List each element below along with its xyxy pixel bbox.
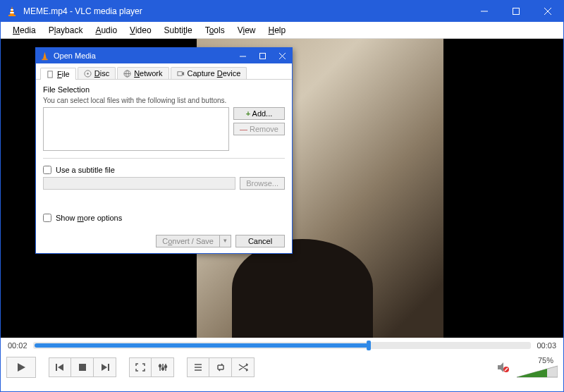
close-button[interactable] bbox=[532, 1, 563, 22]
show-more-options-checkbox[interactable] bbox=[43, 214, 51, 222]
svg-rect-9 bbox=[42, 59, 47, 60]
time-total[interactable]: 00:03 bbox=[537, 341, 556, 350]
time-elapsed[interactable]: 00:02 bbox=[8, 341, 27, 350]
svg-rect-3 bbox=[10, 12, 13, 13]
window-title: MEME.mp4 - VLC media player bbox=[23, 6, 468, 16]
dialog-title: Open Media bbox=[54, 51, 96, 60]
svg-point-33 bbox=[164, 366, 166, 368]
add-button[interactable]: + Add... bbox=[233, 107, 285, 120]
mute-button[interactable] bbox=[497, 361, 510, 374]
tab-capture[interactable]: Capture Device bbox=[171, 67, 247, 79]
use-subtitle-checkbox[interactable] bbox=[43, 166, 51, 174]
seek-slider[interactable] bbox=[33, 342, 532, 349]
video-area[interactable]: Open Media File Disc Network Capture Dev… bbox=[1, 39, 563, 338]
svg-rect-1 bbox=[8, 15, 16, 16]
network-icon bbox=[123, 70, 131, 78]
menu-audio[interactable]: Audio bbox=[89, 24, 123, 37]
seek-progress bbox=[35, 343, 369, 348]
dialog-titlebar[interactable]: Open Media bbox=[36, 48, 292, 63]
speaker-muted-icon bbox=[497, 361, 510, 374]
minimize-button[interactable] bbox=[468, 1, 500, 22]
stop-icon bbox=[78, 363, 87, 372]
skip-back-icon bbox=[55, 363, 65, 372]
play-icon bbox=[16, 362, 26, 372]
tab-file[interactable]: File bbox=[40, 68, 76, 80]
maximize-button[interactable] bbox=[500, 1, 532, 22]
cancel-button[interactable]: Cancel bbox=[235, 235, 285, 247]
controls-bar: 75% bbox=[1, 353, 563, 381]
svg-rect-20 bbox=[177, 71, 181, 75]
file-selection-label: File Selection bbox=[43, 85, 285, 94]
menu-view[interactable]: View bbox=[231, 24, 262, 37]
file-icon bbox=[47, 71, 54, 78]
use-subtitle-label: Use a subtitle file bbox=[56, 166, 115, 174]
loop-icon bbox=[216, 363, 226, 372]
equalizer-icon bbox=[158, 363, 168, 372]
menu-subtitle[interactable]: Subtitle bbox=[158, 24, 199, 37]
dialog-footer: Convert / Save▾ Cancel bbox=[36, 229, 292, 253]
playlist-icon bbox=[193, 363, 203, 372]
vlc-cone-icon bbox=[40, 51, 49, 61]
svg-rect-27 bbox=[108, 364, 109, 371]
dialog-body: File Selection You can select local file… bbox=[36, 80, 292, 229]
browse-button[interactable]: Browse... bbox=[240, 177, 285, 190]
stop-button[interactable] bbox=[71, 357, 94, 377]
open-media-dialog: Open Media File Disc Network Capture Dev… bbox=[35, 47, 293, 254]
volume-percent: 75% bbox=[538, 356, 553, 365]
tab-disc[interactable]: Disc bbox=[78, 67, 116, 79]
subtitle-path-field bbox=[43, 177, 235, 190]
svg-marker-37 bbox=[498, 362, 503, 372]
shuffle-button[interactable] bbox=[232, 357, 255, 377]
dialog-minimize-button[interactable] bbox=[233, 48, 252, 63]
menu-playback[interactable]: Playback bbox=[42, 24, 90, 37]
vlc-cone-icon bbox=[6, 6, 18, 17]
menu-media[interactable]: Media bbox=[6, 24, 42, 37]
volume-slider[interactable] bbox=[517, 365, 558, 379]
svg-marker-24 bbox=[58, 364, 63, 371]
dialog-close-button[interactable] bbox=[272, 48, 292, 63]
playlist-button[interactable] bbox=[187, 357, 209, 377]
skip-forward-icon bbox=[100, 363, 110, 372]
time-bar: 00:02 00:03 bbox=[1, 338, 563, 353]
remove-button[interactable]: — Remove bbox=[233, 123, 285, 135]
capture-icon bbox=[177, 70, 185, 78]
disc-icon bbox=[84, 70, 92, 78]
svg-point-16 bbox=[87, 73, 88, 74]
previous-button[interactable] bbox=[49, 357, 71, 377]
extended-settings-button[interactable] bbox=[152, 357, 174, 377]
svg-rect-2 bbox=[11, 9, 13, 11]
svg-rect-23 bbox=[56, 364, 57, 371]
svg-rect-11 bbox=[259, 53, 265, 59]
convert-save-button[interactable]: Convert / Save▾ bbox=[156, 235, 231, 247]
menu-video[interactable]: Video bbox=[123, 24, 157, 37]
svg-rect-25 bbox=[79, 364, 86, 371]
svg-marker-26 bbox=[102, 364, 107, 371]
window-titlebar: MEME.mp4 - VLC media player bbox=[1, 1, 563, 22]
dialog-maximize-button[interactable] bbox=[252, 48, 272, 63]
file-list[interactable] bbox=[43, 107, 229, 151]
menu-bar: Media Playback Audio Video Subtitle Tool… bbox=[1, 22, 563, 39]
dropdown-arrow-icon[interactable]: ▾ bbox=[220, 235, 231, 247]
svg-marker-22 bbox=[18, 363, 25, 372]
file-selection-hint: You can select local files with the foll… bbox=[43, 97, 285, 104]
menu-help[interactable]: Help bbox=[262, 24, 292, 37]
svg-point-32 bbox=[161, 368, 164, 370]
menu-tools[interactable]: Tools bbox=[199, 24, 231, 37]
fullscreen-icon bbox=[135, 363, 145, 372]
svg-marker-8 bbox=[43, 51, 47, 59]
svg-point-31 bbox=[159, 365, 161, 367]
play-button[interactable] bbox=[6, 357, 36, 378]
svg-rect-14 bbox=[48, 71, 52, 77]
shuffle-icon bbox=[238, 363, 248, 372]
seek-knob[interactable] bbox=[367, 341, 371, 350]
dialog-tabs: File Disc Network Capture Device bbox=[36, 63, 292, 80]
next-button[interactable] bbox=[94, 357, 116, 377]
fullscreen-button[interactable] bbox=[129, 357, 152, 377]
svg-rect-5 bbox=[513, 8, 519, 15]
tab-network[interactable]: Network bbox=[117, 67, 168, 79]
loop-button[interactable] bbox=[209, 357, 232, 377]
show-more-options-label: Show more options bbox=[56, 214, 122, 222]
